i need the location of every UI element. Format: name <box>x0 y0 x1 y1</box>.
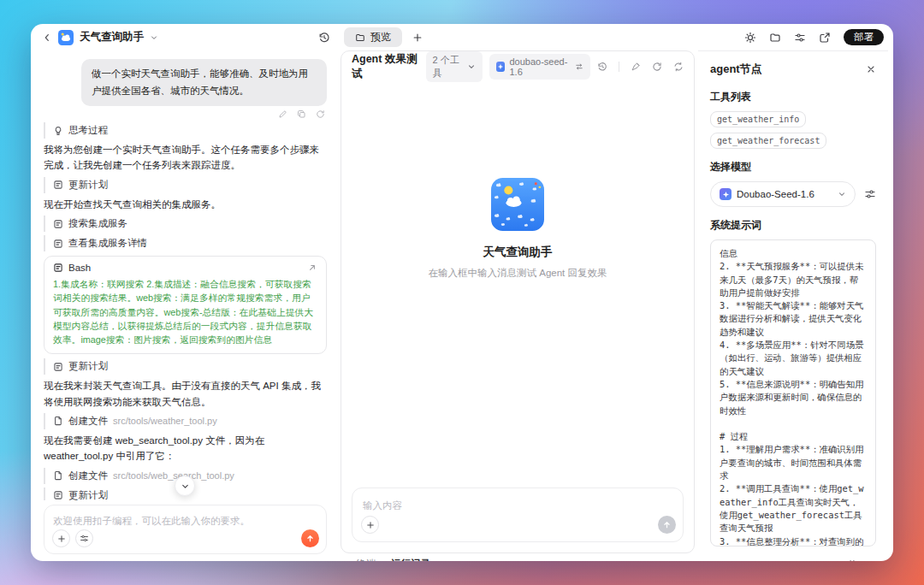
chat-input-placeholder: 欢迎使用扣子编程，可以在此输入你的要求。 <box>53 516 250 526</box>
chevron-down-icon[interactable] <box>150 33 158 42</box>
tab-terminal[interactable]: 终端 <box>356 558 376 561</box>
step-label: 搜索集成服务 <box>68 217 127 230</box>
model-params-icon[interactable] <box>864 188 876 200</box>
history-icon[interactable] <box>318 32 330 44</box>
chat-flow: 思考过程我将为您创建一个实时天气查询助手。这个任务需要多个步骤来完成，让我先创建… <box>44 122 327 500</box>
deploy-button[interactable]: 部署 <box>844 29 884 46</box>
step-label: 创建文件 <box>68 470 108 482</box>
settings-sliders-icon[interactable] <box>794 32 806 44</box>
step-label: 查看集成服务详情 <box>68 237 147 250</box>
tool-step-row[interactable]: 更新计划 <box>44 358 327 375</box>
files-folder-icon[interactable] <box>769 32 781 44</box>
bottom-dock-bar: 终端 运行记录 <box>339 553 893 561</box>
tool-pill[interactable]: get_weather_forecast <box>710 133 826 149</box>
create-file-row[interactable]: 创建文件src/tools/weather_tool.py <box>44 413 327 429</box>
chat-input[interactable]: 欢迎使用扣子编程，可以在此输入你的要求。 <box>44 505 327 554</box>
open-external-icon[interactable] <box>819 32 831 44</box>
assistant-text: 现在开始查找天气查询相关的集成服务。 <box>44 197 327 212</box>
bash-output: 1.集成名称：联网搜索 2.集成描述：融合信息搜索，可获取搜索词相关的搜索结果。… <box>53 277 317 346</box>
back-icon[interactable] <box>42 32 52 43</box>
doubao-logo-icon <box>496 62 505 72</box>
top-bar-right: 部署 <box>744 29 893 46</box>
tab-strip: 预览 <box>339 27 423 47</box>
chat-tools-button[interactable] <box>75 529 93 547</box>
tools-count-pill[interactable]: 2 个工具 <box>426 51 483 82</box>
tool-step-row[interactable]: 查看集成服务详情 <box>44 235 327 251</box>
code-icon[interactable] <box>847 558 857 561</box>
test-attach-plus-button[interactable] <box>361 516 379 534</box>
agent-empty-subtitle: 在输入框中输入消息测试 Agent 回复效果 <box>429 267 607 280</box>
attach-plus-button[interactable] <box>52 529 70 547</box>
divider <box>619 62 619 72</box>
tool-step-row[interactable]: 思考过程 <box>44 122 327 139</box>
agent-test-header: Agent 效果测试 2 个工具 doubao-seed-1.6 <box>341 51 694 82</box>
step-label: 更新计划 <box>68 360 108 373</box>
agent-test-panel: Agent 效果测试 2 个工具 doubao-seed-1.6 <box>341 50 695 553</box>
file-path: src/tools/weather_tool.py <box>113 416 217 426</box>
model-pill[interactable]: doubao-seed-1.6 <box>489 54 590 80</box>
app-window: 天气查询助手 预览 <box>31 24 893 561</box>
new-tab-icon[interactable] <box>412 32 423 43</box>
system-prompt-textarea[interactable]: 信息 2. **天气预报服务**：可以提供未来几天（最多7天）的天气预报，帮助用… <box>710 239 876 547</box>
conversation[interactable]: 做一个实时天气查询助手，能够准确、及时地为用户提供全国各省、城市的天气情况。 思… <box>44 56 327 500</box>
test-message-input[interactable]: 输入内容 <box>352 488 684 542</box>
close-icon[interactable] <box>866 64 876 74</box>
user-message-bubble: 做一个实时天气查询助手，能够准确、及时地为用户提供全国各省、城市的天气情况。 <box>81 59 327 106</box>
expand-icon[interactable] <box>307 263 317 273</box>
assistant-text: 我将为您创建一个实时天气查询助手。这个任务需要多个步骤来完成，让我先创建一个任务… <box>44 142 327 174</box>
chat-send-button[interactable] <box>301 529 319 547</box>
agent-test-title: Agent 效果测试 <box>352 52 419 81</box>
clear-brush-icon[interactable] <box>631 62 641 72</box>
top-bar: 天气查询助手 预览 <box>31 24 893 50</box>
agent-empty-state: 天气查询助手 在输入框中输入消息测试 Agent 回复效果 <box>341 178 694 280</box>
project-title[interactable]: 天气查询助手 <box>80 30 144 44</box>
reset-icon[interactable] <box>673 62 684 72</box>
tool-pill[interactable]: get_weather_info <box>710 111 806 127</box>
bash-block[interactable]: Bash1.集成名称：联网搜索 2.集成描述：融合信息搜索，可获取搜索词相关的搜… <box>44 256 327 354</box>
top-bar-left: 天气查询助手 <box>31 30 339 45</box>
app-logo-icon <box>58 30 74 45</box>
model-select[interactable]: Doubao-Seed-1.6 <box>710 181 856 207</box>
folder-icon <box>355 32 365 43</box>
swap-icon <box>575 62 583 71</box>
agent-empty-title: 天气查询助手 <box>483 245 553 260</box>
panel-icon <box>53 239 63 249</box>
doc-icon <box>53 470 63 481</box>
collapse-chevron-icon[interactable] <box>868 558 878 561</box>
tab-run-log[interactable]: 运行记录 <box>391 558 430 561</box>
tool-step-row[interactable]: 搜索集成服务 <box>44 216 327 232</box>
panel-icon <box>53 219 63 229</box>
message-actions <box>44 109 325 119</box>
refresh-icon[interactable] <box>652 62 662 72</box>
bulb-icon <box>53 126 63 136</box>
bash-label: Bash <box>68 263 91 273</box>
panel-icon <box>53 490 63 500</box>
tab-preview-label: 预览 <box>370 30 391 44</box>
step-label: 创建文件 <box>68 415 108 428</box>
copy-icon[interactable] <box>297 109 306 119</box>
edit-icon[interactable] <box>278 109 287 119</box>
doc-icon <box>53 416 63 426</box>
assistant-text: 现在我来封装天气查询工具。由于没有直接的天气 API 集成，我将使用联网搜索功能… <box>44 378 327 410</box>
tools-section-label: 工具列表 <box>710 90 876 104</box>
prompt-section-label: 系统提示词 <box>710 218 876 233</box>
weather-app-icon <box>491 178 544 231</box>
step-label: 思考过程 <box>68 124 108 137</box>
chevron-down-icon <box>838 190 846 198</box>
doubao-logo-icon <box>720 188 732 200</box>
theme-sun-icon[interactable] <box>744 32 756 44</box>
chat-panel: 做一个实时天气查询助手，能够准确、及时地为用户提供全国各省、城市的天气情况。 思… <box>31 50 339 561</box>
step-label: 更新计划 <box>68 489 108 500</box>
retry-icon[interactable] <box>316 109 325 119</box>
agent-node-panel: agent节点 工具列表 get_weather_infoget_weather… <box>698 50 888 553</box>
test-history-icon[interactable] <box>597 62 607 72</box>
file-path: src/tools/web_search_tool.py <box>113 470 234 481</box>
panel-icon <box>53 263 63 273</box>
model-section-label: 选择模型 <box>710 160 876 174</box>
test-send-button[interactable] <box>658 516 676 534</box>
tab-preview[interactable]: 预览 <box>344 27 402 47</box>
model-select-value: Doubao-Seed-1.6 <box>737 189 814 199</box>
tool-pills: get_weather_infoget_weather_forecast <box>710 111 876 149</box>
scroll-down-button[interactable] <box>175 476 195 496</box>
tool-step-row[interactable]: 更新计划 <box>44 177 327 193</box>
